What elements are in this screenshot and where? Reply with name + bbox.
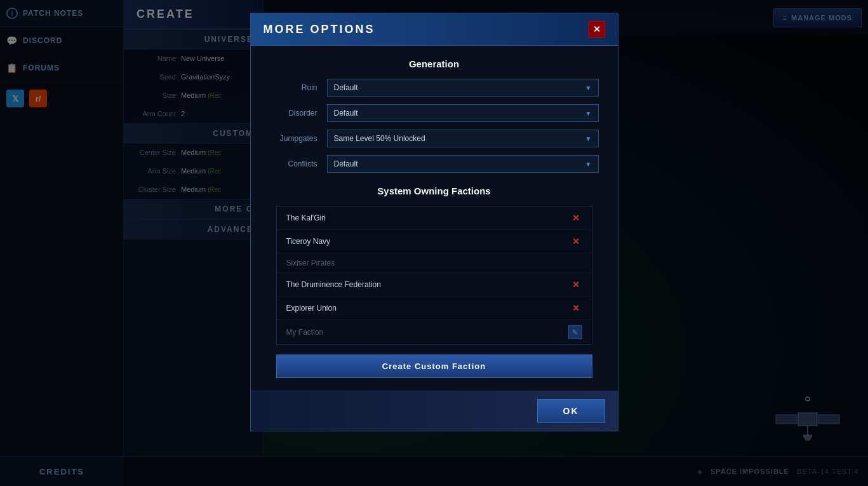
faction-remove-kalgiri[interactable]: ✕ <box>570 212 582 224</box>
disorder-label: Disorder <box>270 109 327 118</box>
jumpgates-arrow-icon: ▼ <box>585 135 592 142</box>
jumpgates-select[interactable]: Same Level 50% Unlocked ▼ <box>327 130 599 147</box>
faction-list: The Kal'Giri ✕ Ticeroy Navy ✕ Sixiser Pi… <box>276 206 592 345</box>
modal-close-icon: ✕ <box>593 24 601 34</box>
faction-item-explorer: Explorer Union ✕ <box>277 297 592 320</box>
ruin-select[interactable]: Default ▼ <box>327 79 599 97</box>
conflicts-arrow-icon: ▼ <box>585 161 592 168</box>
ruin-label: Ruin <box>270 83 327 92</box>
ruin-arrow-icon: ▼ <box>585 84 592 91</box>
ruin-value: Default <box>334 83 358 92</box>
ok-button[interactable]: OK <box>537 399 605 423</box>
faction-name-ticeroy: Ticeroy Navy <box>286 237 331 246</box>
more-options-modal: MORE OPTIONS ✕ Generation Ruin Default ▼… <box>250 13 618 431</box>
modal-title: MORE OPTIONS <box>264 23 375 36</box>
conflicts-label: Conflicts <box>270 159 327 168</box>
disorder-select[interactable]: Default ▼ <box>327 104 599 122</box>
conflicts-form-group: Conflicts Default ▼ <box>270 155 599 173</box>
jumpgates-form-group: Jumpgates Same Level 50% Unlocked ▼ <box>270 130 599 147</box>
disorder-value: Default <box>334 109 358 118</box>
system-owning-title: System Owning Factions <box>270 186 599 196</box>
disorder-arrow-icon: ▼ <box>585 110 592 117</box>
faction-name-explorer: Explorer Union <box>286 304 337 313</box>
jumpgates-value: Same Level 50% Unlocked <box>334 134 425 143</box>
modal-overlay: MORE OPTIONS ✕ Generation Ruin Default ▼… <box>0 0 868 486</box>
faction-item-druminence: The Druminence Federation ✕ <box>277 273 592 297</box>
faction-edit-myfaction[interactable]: ✎ <box>568 325 582 339</box>
create-custom-faction-button[interactable]: Create Custom Faction <box>276 354 592 378</box>
conflicts-value: Default <box>334 159 358 168</box>
faction-item-myfaction: My Faction ✎ <box>277 320 592 344</box>
modal-footer: OK <box>251 391 618 431</box>
generation-section-title: Generation <box>270 58 599 69</box>
faction-remove-explorer[interactable]: ✕ <box>570 302 582 314</box>
faction-remove-druminence[interactable]: ✕ <box>570 278 582 291</box>
faction-name-kalgiri: The Kal'Giri <box>286 213 326 222</box>
modal-body: Generation Ruin Default ▼ Disorder Defau… <box>251 46 618 391</box>
faction-item-sixiser: Sixiser Pirates <box>277 253 592 273</box>
faction-name-sixiser: Sixiser Pirates <box>286 259 335 267</box>
disorder-form-group: Disorder Default ▼ <box>270 104 599 122</box>
jumpgates-label: Jumpgates <box>270 134 327 143</box>
faction-item-kalgiri: The Kal'Giri ✕ <box>277 206 592 230</box>
modal-close-button[interactable]: ✕ <box>589 21 605 37</box>
faction-item-ticeroy: Ticeroy Navy ✕ <box>277 230 592 253</box>
faction-remove-ticeroy[interactable]: ✕ <box>570 235 582 248</box>
ruin-form-group: Ruin Default ▼ <box>270 79 599 97</box>
modal-header: MORE OPTIONS ✕ <box>251 13 618 46</box>
conflicts-select[interactable]: Default ▼ <box>327 155 599 173</box>
faction-name-myfaction: My Faction <box>286 328 324 337</box>
faction-name-druminence: The Druminence Federation <box>286 280 381 289</box>
